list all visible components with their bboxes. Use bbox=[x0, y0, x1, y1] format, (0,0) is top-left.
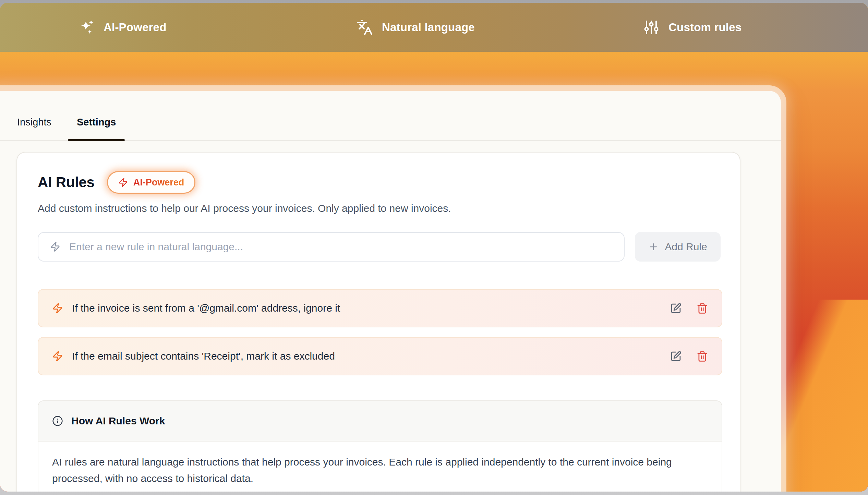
section-description: Add custom instructions to help our AI p… bbox=[38, 203, 451, 214]
edit-rule-button[interactable] bbox=[670, 351, 682, 362]
ai-powered-badge: AI-Powered bbox=[107, 171, 196, 194]
rule-actions bbox=[670, 351, 708, 362]
languages-icon bbox=[357, 19, 373, 36]
rule-actions bbox=[670, 303, 708, 314]
page-title: AI Rules bbox=[38, 174, 95, 191]
zap-icon bbox=[52, 303, 63, 314]
info-title: How AI Rules Work bbox=[71, 415, 165, 427]
rule-input-row: Add Rule bbox=[38, 232, 721, 262]
rule-text: If the invoice is sent from a '@gmail.co… bbox=[72, 302, 661, 314]
tab-settings[interactable]: Settings bbox=[68, 103, 125, 141]
feature-label: AI-Powered bbox=[104, 21, 167, 34]
feature-label: Natural language bbox=[382, 21, 475, 34]
zap-icon bbox=[52, 351, 63, 362]
info-icon bbox=[52, 415, 63, 426]
rule-input-wrap bbox=[38, 232, 625, 262]
info-body: AI rules are natural language instructio… bbox=[38, 442, 722, 492]
app-window: Insights Settings AI Rules AI-Powered Ad… bbox=[0, 91, 781, 492]
delete-rule-button[interactable] bbox=[697, 303, 708, 314]
rule-row: If the invoice is sent from a '@gmail.co… bbox=[38, 289, 722, 327]
info-box-header: How AI Rules Work bbox=[38, 401, 722, 442]
tab-insights[interactable]: Insights bbox=[16, 103, 53, 141]
info-box: How AI Rules Work AI rules are natural l… bbox=[38, 400, 722, 492]
sparkles-icon bbox=[78, 19, 95, 36]
zap-icon bbox=[50, 242, 60, 252]
zap-icon bbox=[118, 178, 128, 187]
rule-row: If the email subject contains 'Receipt',… bbox=[38, 337, 722, 375]
square-pen-icon bbox=[670, 351, 682, 362]
delete-rule-button[interactable] bbox=[697, 351, 708, 362]
tab-bar: Insights Settings bbox=[0, 91, 781, 141]
feature-item-custom-rules: Custom rules bbox=[643, 3, 742, 52]
feature-label: Custom rules bbox=[668, 21, 742, 34]
edit-rule-button[interactable] bbox=[670, 303, 682, 314]
screenshot-frame: AI-Powered Natural language Custom rules… bbox=[0, 3, 868, 492]
add-rule-button[interactable]: Add Rule bbox=[635, 232, 721, 262]
rule-input[interactable] bbox=[69, 241, 612, 253]
feature-bar: AI-Powered Natural language Custom rules bbox=[0, 3, 868, 52]
ai-rules-card: AI Rules AI-Powered Add custom instructi… bbox=[16, 152, 740, 492]
trash-icon bbox=[697, 351, 708, 362]
title-row: AI Rules AI-Powered bbox=[38, 171, 195, 194]
rule-text: If the email subject contains 'Receipt',… bbox=[72, 350, 661, 362]
plus-icon bbox=[648, 242, 659, 252]
sliders-icon bbox=[643, 19, 660, 36]
feature-item-ai-powered: AI-Powered bbox=[78, 3, 167, 52]
badge-label: AI-Powered bbox=[133, 177, 184, 188]
square-pen-icon bbox=[670, 303, 682, 314]
feature-item-natural-language: Natural language bbox=[357, 3, 475, 52]
add-rule-label: Add Rule bbox=[665, 241, 707, 253]
trash-icon bbox=[697, 303, 708, 314]
